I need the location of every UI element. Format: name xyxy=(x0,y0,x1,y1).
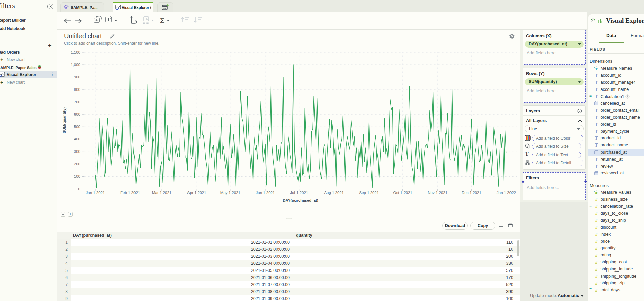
svg-text:#: # xyxy=(595,191,597,195)
svg-text:300: 300 xyxy=(74,149,80,154)
svg-text:200: 200 xyxy=(74,162,80,166)
svg-text:Jan 1 2021: Jan 1 2021 xyxy=(86,191,105,195)
svg-text:DAY(purchased_at): DAY(purchased_at) xyxy=(283,198,318,202)
svg-text:1,100: 1,100 xyxy=(71,50,80,54)
svg-text:Mar 1 2021: Mar 1 2021 xyxy=(152,191,171,195)
svg-text:700: 700 xyxy=(74,100,80,104)
svg-text:Jan 1 2022: Jan 1 2022 xyxy=(497,191,516,195)
svg-text:Apr 1 2021: Apr 1 2021 xyxy=(187,191,206,195)
svg-text:Jun 1 2021: Jun 1 2021 xyxy=(256,191,275,195)
svg-text:Dec 1 2021: Dec 1 2021 xyxy=(462,191,481,195)
svg-text:Feb 1 2021: Feb 1 2021 xyxy=(120,191,140,195)
svg-text:0: 0 xyxy=(78,187,80,191)
svg-text:400: 400 xyxy=(74,137,80,141)
svg-text:1,000: 1,000 xyxy=(71,63,80,67)
svg-text:600: 600 xyxy=(74,112,80,116)
svg-text:100: 100 xyxy=(74,174,80,178)
svg-text:SUM(quantity): SUM(quantity) xyxy=(62,107,66,133)
svg-text:800: 800 xyxy=(74,87,80,92)
svg-text:Aug 1 2021: Aug 1 2021 xyxy=(324,191,344,195)
svg-text:Sep 1 2021: Sep 1 2021 xyxy=(359,191,379,195)
svg-text:Oct 1 2021: Oct 1 2021 xyxy=(393,191,412,195)
svg-text:Jul 1 2021: Jul 1 2021 xyxy=(290,191,308,195)
svg-text:Nov 1 2021: Nov 1 2021 xyxy=(428,191,447,195)
svg-text:900: 900 xyxy=(74,75,80,79)
svg-text:May 1 2021: May 1 2021 xyxy=(220,191,240,195)
svg-text:500: 500 xyxy=(74,125,80,129)
svg-text:T: T xyxy=(595,67,598,71)
